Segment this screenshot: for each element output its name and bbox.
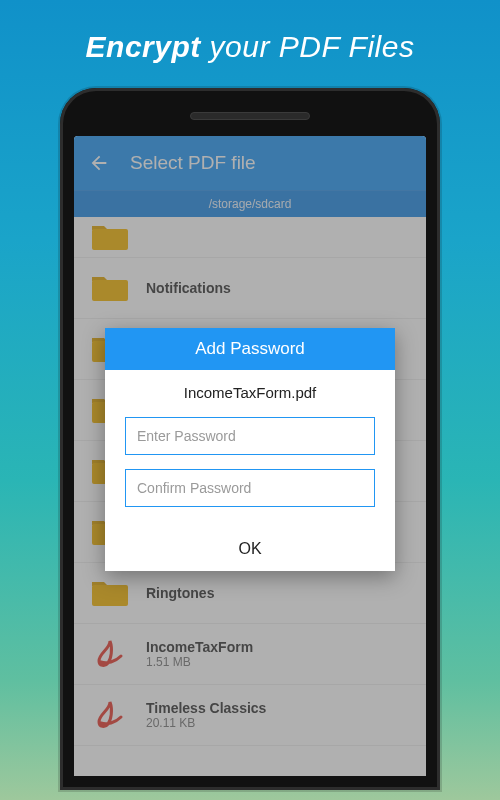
dialog-filename: IncomeTaxForm.pdf (125, 384, 375, 401)
phone-screen: Select PDF file /storage/sdcard Notifica… (74, 136, 426, 776)
phone-frame: Select PDF file /storage/sdcard Notifica… (60, 88, 440, 790)
promo-headline: Encrypt your PDF Files (0, 0, 500, 88)
headline-bold: Encrypt (86, 30, 201, 63)
dialog-title: Add Password (105, 328, 395, 370)
headline-rest: your PDF Files (201, 30, 415, 63)
confirm-password-field[interactable] (125, 469, 375, 507)
enter-password-field[interactable] (125, 417, 375, 455)
dialog-body: IncomeTaxForm.pdf (105, 370, 395, 529)
phone-speaker (190, 112, 310, 120)
ok-button[interactable]: OK (105, 529, 395, 571)
add-password-dialog: Add Password IncomeTaxForm.pdf OK (105, 328, 395, 571)
